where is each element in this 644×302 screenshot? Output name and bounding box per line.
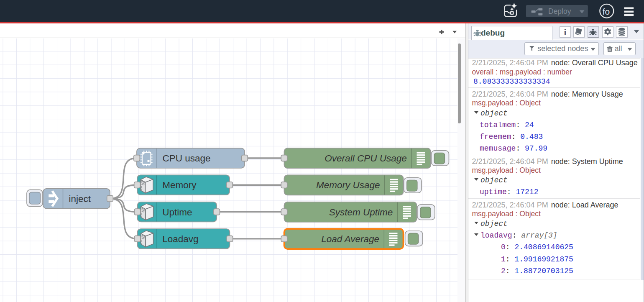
svg-text:Loadavg: Loadavg: [162, 234, 198, 244]
svg-text:System Uptime: System Uptime: [329, 207, 393, 218]
svg-text:Memory Usage: Memory Usage: [316, 180, 380, 190]
svg-text:fo: fo: [603, 7, 610, 16]
svg-text:Load Average: Load Average: [321, 234, 379, 244]
svg-text:Deploy: Deploy: [548, 7, 571, 15]
svg-text:inject: inject: [69, 194, 91, 204]
svg-text:Overall CPU Usage: Overall CPU Usage: [325, 153, 406, 164]
svg-text:CPU usage: CPU usage: [163, 153, 211, 164]
svg-text:Memory: Memory: [162, 180, 197, 190]
svg-text:Uptime: Uptime: [162, 207, 192, 218]
